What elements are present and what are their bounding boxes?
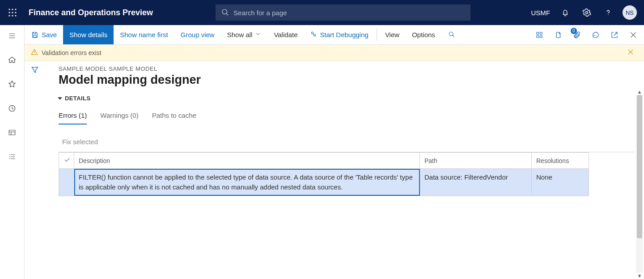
group-view-label: Group view: [181, 31, 215, 39]
attachments-badge: 0: [571, 28, 577, 34]
save-button[interactable]: Save: [25, 25, 63, 44]
view-menu[interactable]: View: [379, 25, 406, 44]
scroll-thumb[interactable]: [637, 95, 642, 238]
scroll-down-icon[interactable]: ▼: [636, 273, 643, 279]
group-view-button[interactable]: Group view: [174, 25, 221, 44]
actionbar-right: 0: [531, 25, 644, 44]
personalize-icon[interactable]: [531, 25, 547, 45]
favorites-icon[interactable]: [3, 77, 21, 91]
tab-errors[interactable]: Errors (1): [59, 112, 87, 124]
collapse-icon: [58, 97, 62, 100]
cell-description[interactable]: FILTER() function cannot be applied to t…: [74, 169, 420, 196]
chevron-down-icon: [255, 31, 261, 39]
global-header: Finance and Operations Preview Search fo…: [0, 0, 644, 25]
errors-grid: Description Path Resolutions FILTER() fu…: [59, 152, 634, 196]
banner-close-icon[interactable]: [627, 48, 638, 57]
svg-point-39: [34, 53, 35, 54]
svg-point-2: [15, 9, 16, 10]
close-icon[interactable]: [625, 25, 641, 45]
svg-point-1: [12, 9, 13, 10]
start-debugging-button[interactable]: Start Debugging: [304, 25, 374, 44]
show-all-label: Show all: [227, 31, 253, 39]
validation-banner: Validation errors exist: [25, 45, 644, 61]
tab-paths-label: Paths to cache: [152, 112, 196, 119]
show-details-button[interactable]: Show details: [63, 25, 114, 44]
svg-point-5: [15, 12, 16, 13]
app-title: Finance and Operations Preview: [29, 8, 153, 17]
validate-label: Validate: [274, 31, 297, 39]
workspaces-icon[interactable]: [3, 125, 21, 140]
tab-paths[interactable]: Paths to cache: [152, 112, 196, 124]
settings-icon[interactable]: [576, 0, 597, 25]
filter-rail: [25, 61, 45, 279]
home-icon[interactable]: [3, 53, 21, 67]
svg-point-7: [12, 15, 13, 16]
scroll-up-icon[interactable]: ▲: [636, 89, 643, 95]
company-picker[interactable]: USMF: [527, 9, 555, 17]
show-name-first-label: Show name first: [120, 31, 168, 39]
open-office-icon[interactable]: [550, 25, 566, 45]
start-debugging-label: Start Debugging: [320, 31, 368, 39]
svg-point-12: [608, 14, 608, 15]
svg-point-0: [8, 9, 10, 10]
svg-point-8: [15, 15, 16, 16]
separator: [377, 29, 377, 41]
validate-button[interactable]: Validate: [267, 25, 304, 44]
select-all-checkbox[interactable]: [59, 153, 74, 169]
nav-expand-icon[interactable]: [3, 29, 21, 43]
filter-icon[interactable]: [30, 65, 39, 279]
tab-warnings[interactable]: Warnings (0): [100, 112, 138, 124]
scrollbar[interactable]: ▲ ▼: [636, 95, 643, 273]
cell-path[interactable]: Data source: FilteredVendor: [420, 169, 532, 196]
global-search[interactable]: Search for a page: [216, 4, 470, 21]
modules-icon[interactable]: [3, 150, 21, 164]
header-right: USMF NS: [527, 0, 644, 25]
warning-icon: [31, 48, 42, 57]
page-body: SAMPLE MODEL SAMPLE MODEL Model mapping …: [45, 61, 644, 279]
svg-rect-26: [34, 35, 36, 37]
table-row[interactable]: FILTER() function cannot be applied to t…: [59, 169, 589, 196]
save-label: Save: [42, 31, 57, 39]
tab-warnings-label: Warnings (0): [100, 112, 138, 119]
attachments-icon[interactable]: 0: [569, 25, 585, 45]
svg-line-30: [453, 35, 454, 36]
cell-resolutions[interactable]: None: [532, 169, 589, 196]
show-all-dropdown[interactable]: Show all: [221, 25, 268, 44]
svg-line-10: [226, 13, 228, 15]
fix-selected-button[interactable]: Fix selected: [62, 138, 98, 146]
notifications-icon[interactable]: [555, 0, 576, 25]
find-button[interactable]: [441, 25, 462, 44]
app-launcher-icon[interactable]: [0, 8, 25, 17]
svg-rect-31: [537, 32, 539, 34]
svg-point-4: [12, 12, 13, 13]
svg-line-35: [614, 32, 617, 35]
search-icon: [448, 30, 455, 39]
search-placeholder: Search for a page: [233, 9, 287, 17]
svg-point-11: [586, 12, 588, 14]
view-label: View: [385, 31, 399, 39]
col-path[interactable]: Path: [420, 153, 532, 169]
svg-rect-33: [537, 35, 539, 38]
details-fasttab[interactable]: DETAILS: [59, 95, 634, 102]
search-icon: [221, 8, 233, 17]
popout-icon[interactable]: [606, 25, 623, 45]
svg-rect-34: [540, 35, 542, 38]
user-avatar[interactable]: NS: [619, 0, 640, 25]
tab-errors-label: Errors (1): [59, 112, 87, 119]
show-name-first-button[interactable]: Show name first: [114, 25, 174, 44]
svg-point-9: [222, 9, 227, 14]
help-icon[interactable]: [597, 0, 619, 25]
row-checkbox[interactable]: [59, 169, 74, 196]
options-menu[interactable]: Options: [406, 25, 441, 44]
breadcrumb: SAMPLE MODEL SAMPLE MODEL: [59, 65, 634, 72]
options-label: Options: [412, 31, 435, 39]
recent-icon[interactable]: [3, 101, 21, 116]
show-details-label: Show details: [69, 31, 107, 39]
refresh-icon[interactable]: [588, 25, 604, 45]
col-description[interactable]: Description: [74, 153, 420, 169]
svg-point-3: [8, 12, 10, 13]
svg-rect-17: [9, 130, 15, 135]
col-resolutions[interactable]: Resolutions: [532, 153, 589, 169]
action-bar: Save Show details Show name first Group …: [25, 25, 644, 45]
page-title: Model mapping designer: [59, 73, 634, 87]
